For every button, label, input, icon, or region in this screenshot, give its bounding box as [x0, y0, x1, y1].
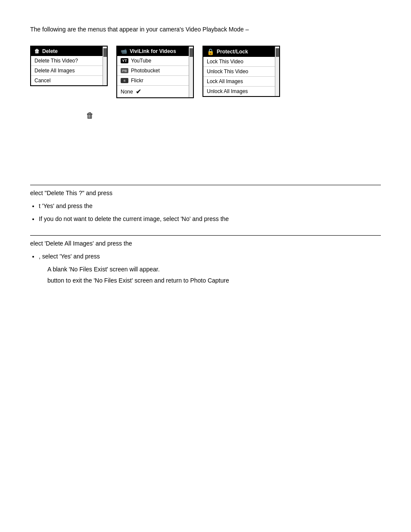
list-item: t 'Yes' and press the	[39, 202, 381, 209]
delete-this-bullets: t 'Yes' and press the	[39, 202, 381, 209]
delete-all-bullets: , select 'Yes' and press	[39, 253, 381, 260]
divider-delete-this	[30, 185, 381, 185]
list-item: , select 'Yes' and press	[39, 253, 381, 260]
photobucket-label: Photobucket	[131, 68, 160, 74]
list-item: If you do not want to delete the current…	[39, 215, 381, 222]
divider-delete-all	[30, 235, 381, 236]
vivilink-menu-body: YT YouTube PB Photobucket fl Flickr None…	[117, 56, 193, 97]
youtube-label: YouTube	[131, 58, 151, 64]
list-item: Lock All Images	[203, 77, 279, 87]
select-yes-press-text: , select 'Yes' and press	[39, 253, 100, 260]
protect-scrollbar	[275, 47, 279, 96]
exit-screen-text: button to exit the 'No Files Exist' scre…	[47, 277, 381, 284]
delete-menu-items: Delete This Video? Delete All Images Can…	[31, 56, 107, 85]
list-item: Lock This Video	[203, 57, 279, 67]
protect-menu-items: Lock This Video Unlock This Video Lock A…	[203, 57, 279, 96]
vivilink-scrollbar	[189, 47, 193, 97]
trash-icon-standalone: 🗑	[86, 111, 381, 120]
blank-screen-text: A blank 'No Files Exist' screen will app…	[47, 266, 381, 273]
flickr-icon: fl	[121, 78, 128, 83]
list-item: Unlock This Video	[203, 67, 279, 77]
list-item: YT YouTube	[117, 56, 193, 66]
vivilink-menu-title: ViviLink for Videos	[130, 48, 176, 54]
delete-scrollbar	[103, 47, 107, 85]
intro-text: The following are the menus that appear …	[30, 26, 381, 33]
no-press-text: If you do not want to delete the current…	[39, 215, 229, 222]
spacer-1	[30, 124, 381, 176]
delete-this-video-label: Delete This Video?	[34, 58, 78, 64]
youtube-icon: YT	[121, 58, 128, 63]
none-label: None	[121, 89, 133, 95]
protect-menu-header: 🔒 Protect/Lock	[203, 47, 279, 57]
delete-menu: 🗑 Delete Delete This Video? Delete All I…	[30, 46, 108, 86]
vivilink-menu: 📹 ViviLink for Videos YT YouTube PB Phot…	[116, 46, 194, 98]
lock-all-images-label: Lock All Images	[207, 78, 243, 84]
delete-scroll-thumb	[103, 48, 107, 57]
unlock-all-images-label: Unlock All Images	[207, 88, 248, 94]
unlock-this-video-label: Unlock This Video	[207, 68, 248, 75]
list-item: Unlock All Images	[203, 87, 279, 96]
lock-this-video-label: Lock This Video	[207, 59, 243, 65]
no-bullets: If you do not want to delete the current…	[39, 215, 381, 222]
vivilink-icon: 📹	[121, 48, 127, 54]
delete-all-images-label: Delete All Images	[34, 68, 75, 74]
vivilink-menu-items: YT YouTube PB Photobucket fl Flickr None…	[117, 56, 193, 97]
trash-icon: 🗑	[34, 48, 40, 54]
protect-scroll-thumb	[276, 48, 279, 57]
cancel-label: Cancel	[34, 78, 50, 84]
checkmark-icon: ✔	[136, 87, 141, 96]
vivilink-scroll-thumb	[190, 48, 193, 57]
list-item: Delete All Images	[31, 66, 107, 76]
select-delete-all-text: elect 'Delete All Images' and press the	[30, 240, 381, 247]
protect-menu-title: Protect/Lock	[217, 49, 248, 55]
lock-icon: 🔒	[207, 48, 214, 55]
protect-menu: 🔒 Protect/Lock Lock This Video Unlock Th…	[202, 46, 280, 97]
list-item: Cancel	[31, 76, 107, 85]
photobucket-icon: PB	[121, 68, 128, 73]
delete-menu-body: Delete This Video? Delete All Images Can…	[31, 56, 107, 85]
trash-icon-glyph: 🗑	[86, 111, 94, 120]
menus-container: 🗑 Delete Delete This Video? Delete All I…	[30, 46, 381, 98]
list-item: PB Photobucket	[117, 66, 193, 76]
list-item: fl Flickr	[117, 76, 193, 86]
protect-menu-body: Lock This Video Unlock This Video Lock A…	[203, 57, 279, 96]
list-item: None ✔	[117, 86, 193, 97]
list-item: Delete This Video?	[31, 56, 107, 66]
vivilink-menu-header: 📹 ViviLink for Videos	[117, 47, 193, 56]
select-delete-this-text: elect "Delete This ?" and press	[30, 190, 381, 196]
delete-menu-header: 🗑 Delete	[31, 47, 107, 56]
yes-press-text: t 'Yes' and press the	[39, 202, 93, 209]
flickr-label: Flickr	[131, 78, 143, 84]
delete-menu-title: Delete	[42, 48, 58, 54]
